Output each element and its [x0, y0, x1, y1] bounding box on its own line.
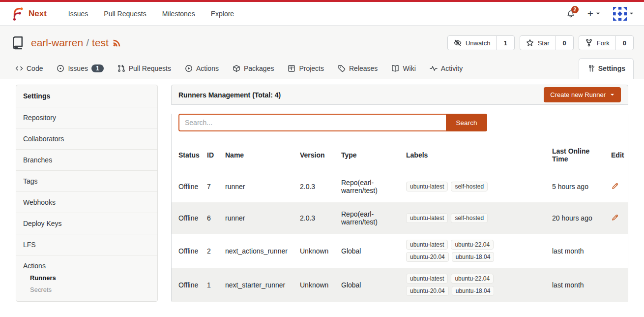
create-new-dropdown[interactable]: +	[587, 8, 600, 19]
labels-list: ubuntu-latestubuntu-22.04ubuntu-20.04ubu…	[406, 274, 500, 296]
repo-action-buttons: Unwatch1Star0Fork0	[447, 35, 634, 50]
sidebar-item-actions[interactable]: Actions	[23, 262, 150, 270]
runner-version-cell: 2.0.3	[296, 202, 337, 234]
edit-runner-button[interactable]	[611, 182, 619, 190]
notifications-button[interactable]: 2	[567, 10, 575, 18]
search-input[interactable]	[178, 114, 446, 131]
star-button[interactable]: Star	[520, 36, 556, 50]
play-icon	[185, 64, 193, 72]
sidebar-item-runners[interactable]: Runners	[23, 270, 150, 282]
runner-last-online-cell: last month	[548, 268, 607, 302]
runners-panel: Runners Management (Total: 4) Create new…	[171, 85, 628, 302]
runner-label-badge: self-hosted	[451, 213, 488, 223]
star-button-group: Star0	[520, 35, 574, 50]
sidebar-item-secrets[interactable]: Secrets	[23, 282, 150, 293]
star-count[interactable]: 0	[556, 36, 573, 50]
table-header-row: Status ID Name Version Type Labels Last …	[172, 141, 628, 171]
create-runner-button[interactable]: Create new Runner	[544, 87, 621, 102]
runner-name-cell: runner	[221, 171, 296, 202]
fork-icon	[585, 39, 593, 47]
runner-label-badge: ubuntu-18.04	[452, 252, 495, 262]
project-icon	[288, 64, 295, 72]
tab-activity[interactable]: Activity	[425, 59, 468, 79]
tab-actions[interactable]: Actions	[180, 59, 224, 79]
unwatch-button-group: Unwatch1	[447, 35, 515, 50]
runner-label-badge: ubuntu-latest	[406, 240, 448, 250]
tab-wiki[interactable]: Wiki	[386, 59, 420, 79]
tab-code[interactable]: Code	[10, 59, 48, 79]
sidebar-item-collaborators[interactable]: Collaborators	[16, 128, 157, 150]
nav-link-issues[interactable]: Issues	[60, 10, 96, 18]
runner-last-online-cell: 5 hours ago	[548, 171, 607, 202]
column-header-last-online: Last Online Time	[548, 141, 607, 171]
runner-id-cell: 2	[203, 234, 221, 268]
unwatch-count[interactable]: 1	[496, 36, 514, 50]
column-header-status: Status	[172, 141, 203, 171]
tab-label: Code	[27, 64, 43, 72]
unwatch-button[interactable]: Unwatch	[448, 36, 497, 50]
fork-count[interactable]: 0	[615, 36, 633, 50]
runner-status-cell: Offline	[172, 234, 203, 268]
sidebar-item-lfs[interactable]: LFS	[16, 234, 157, 255]
nav-link-pull-requests[interactable]: Pull Requests	[96, 10, 154, 18]
runner-last-online-cell: last month	[548, 234, 607, 268]
navbar-links: IssuesPull RequestsMilestonesExplore	[60, 10, 242, 18]
runner-label-badge: ubuntu-20.04	[406, 286, 449, 296]
runner-status-cell: Offline	[172, 268, 203, 302]
sidebar-item-webhooks[interactable]: Webhooks	[16, 192, 157, 213]
repo-owner-link[interactable]: earl-warren	[31, 37, 83, 49]
pull-request-icon	[117, 64, 125, 72]
caret-down-icon	[610, 93, 615, 97]
runner-status-cell: Offline	[172, 171, 203, 202]
nav-link-milestones[interactable]: Milestones	[154, 10, 203, 18]
repo-tabs: CodeIssues1Pull RequestsActionsPackagesP…	[0, 58, 644, 79]
runner-label-badge: self-hosted	[451, 182, 488, 191]
search-button[interactable]: Search	[446, 114, 487, 131]
panel-header: Runners Management (Total: 4) Create new…	[171, 85, 628, 105]
tab-pull-requests[interactable]: Pull Requests	[113, 59, 176, 79]
rss-icon[interactable]	[113, 38, 121, 47]
tab-packages[interactable]: Packages	[228, 59, 279, 79]
repo-name-link[interactable]: test	[92, 37, 109, 49]
path-separator: /	[86, 37, 89, 49]
repo-icon	[10, 35, 25, 50]
repo-title: earl-warren / test	[31, 37, 109, 49]
tab-label: Settings	[598, 64, 625, 72]
tab-settings[interactable]: Settings	[579, 58, 634, 79]
sidebar-item-repository[interactable]: Repository	[16, 107, 157, 128]
runner-name-cell: next_starter_runner	[221, 268, 296, 302]
plus-icon: +	[587, 8, 593, 19]
runner-edit-cell	[607, 268, 628, 302]
sidebar-item-deploy-keys[interactable]: Deploy Keys	[16, 213, 157, 234]
settings-sidebar: SettingsRepositoryCollaboratorsBranchesT…	[16, 85, 158, 302]
fork-button[interactable]: Fork	[579, 36, 615, 50]
home-link[interactable]: Next	[10, 6, 47, 21]
column-header-version: Version	[296, 141, 337, 171]
sidebar-item-branches[interactable]: Branches	[16, 150, 157, 171]
runner-version-cell: 2.0.3	[296, 171, 337, 202]
brand-name: Next	[29, 9, 47, 19]
table-row: Offline7runner2.0.3Repo(earl-warren/test…	[172, 171, 628, 202]
fork-button-group: Fork0	[579, 35, 634, 50]
user-menu[interactable]	[613, 7, 634, 21]
panel-title: Runners Management (Total: 4)	[178, 91, 281, 99]
book-icon	[391, 64, 399, 72]
tab-issues[interactable]: Issues1	[52, 59, 108, 79]
edit-runner-button[interactable]	[611, 214, 619, 222]
panel-body: Search Status ID Name Version Type	[171, 114, 628, 302]
column-header-id: ID	[203, 141, 221, 171]
tab-releases[interactable]: Releases	[333, 59, 382, 79]
runner-name-cell: runner	[221, 202, 296, 234]
nav-link-explore[interactable]: Explore	[203, 10, 242, 18]
table-row: Offline1next_starter_runnerUnknownGlobal…	[172, 268, 628, 302]
search-bar: Search	[178, 114, 621, 131]
runner-last-online-cell: 20 hours ago	[548, 202, 607, 234]
star-label: Star	[538, 39, 550, 47]
runner-label-badge: ubuntu-22.04	[451, 240, 494, 250]
runner-type-cell: Repo(earl-warren/test)	[337, 171, 402, 202]
runner-version-cell: Unknown	[296, 268, 337, 302]
column-header-edit: Edit	[607, 141, 628, 171]
tab-projects[interactable]: Projects	[283, 59, 329, 79]
sidebar-item-tags[interactable]: Tags	[16, 171, 157, 192]
runner-status-cell: Offline	[172, 202, 203, 234]
